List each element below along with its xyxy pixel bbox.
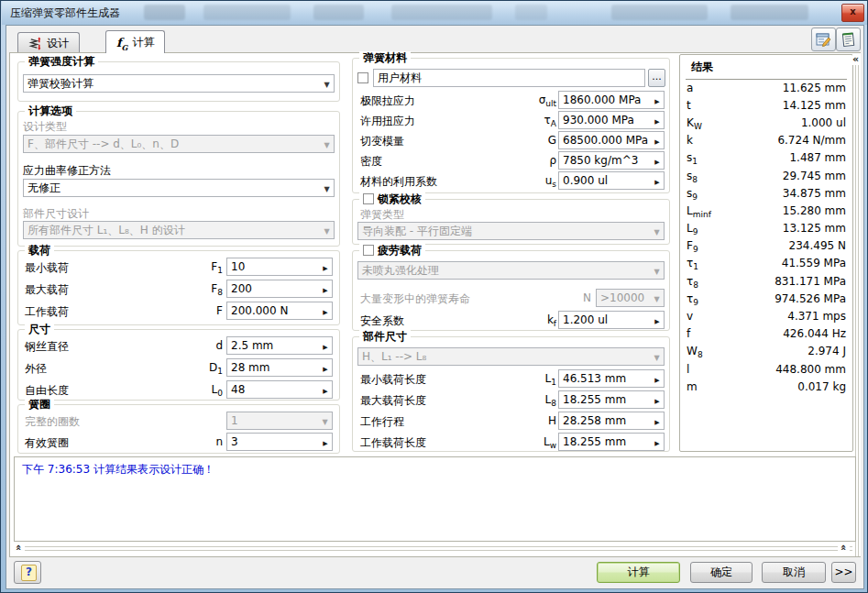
spinner-arrow-icon[interactable] [319,282,332,295]
max-load-label: 最大载荷 [25,282,69,298]
active-coils-field[interactable]: 3 [226,433,333,451]
spring-icon [28,37,42,50]
result-value: 831.171 MPa [775,275,846,288]
utilization-factor-field[interactable]: 0.900 ul [558,171,665,190]
spinner-arrow-icon[interactable] [319,435,332,448]
result-value: 1.487 mm [789,151,846,164]
titlebar-background-artifact [611,5,708,20]
utilization-factor-symbol: us [514,174,556,187]
result-symbol: a [687,82,693,94]
result-symbol: F9 [687,239,698,252]
working-stroke-symbol: H [514,414,556,427]
notes-button[interactable] [836,27,861,51]
spring-life-symbol: N [551,291,591,304]
spinner-arrow-icon[interactable] [651,435,664,448]
close-button[interactable]: x [841,4,864,22]
spinner-arrow-icon[interactable] [319,361,332,374]
outer-diameter-field[interactable]: 28 mm [226,358,333,377]
tab-design[interactable]: 设计 [17,32,80,53]
spinner-arrow-icon[interactable] [651,313,664,326]
wire-diameter-field[interactable]: 2.5 mm [226,336,333,355]
result-symbol: s8 [687,170,698,182]
working-load-length-field[interactable]: 18.255 mm [558,433,665,451]
ultimate-stress-symbol: σult [514,93,556,106]
result-value: 6.724 N/mm [777,134,846,147]
outer-diameter-label: 外径 [25,361,47,377]
titlebar-background-artifact [515,5,547,20]
ultimate-stress-field[interactable]: 1860.000 MPa [558,91,665,109]
titlebar[interactable]: 压缩弹簧零部件生成器 x [2,1,868,25]
result-row: s934.875 mm [687,184,846,202]
collapse-up-icon[interactable]: « [838,544,850,551]
wire-diameter-label: 钢丝直径 [25,339,69,355]
lock-check-checkbox[interactable] [363,193,374,204]
result-symbol: v [687,310,693,323]
density-field[interactable]: 7850 kg/m^3 [558,151,665,170]
spinner-arrow-icon[interactable] [319,339,332,352]
max-load-length-field[interactable]: 18.255 mm [558,390,665,409]
result-row: τ141.559 MPa [687,255,846,272]
collapse-up-icon[interactable]: « [13,544,25,551]
message-collapse-splitter[interactable]: « « [14,544,852,554]
chevron-down-icon [320,181,334,194]
result-symbol: Lminf [687,204,711,217]
ok-button[interactable]: 确定 [690,562,753,583]
shear-modulus-field[interactable]: 68500.000 MPa [558,131,665,149]
spinner-arrow-icon[interactable] [651,114,664,126]
correction-method-label: 应力曲率修正方法 [23,163,111,179]
safety-factor-field[interactable]: 1.200 ul [558,311,665,329]
ultimate-stress-label: 极限拉应力 [360,93,415,109]
dialog-options-button[interactable] [811,27,836,51]
shear-modulus-label: 切变模量 [360,134,404,149]
spinner-arrow-icon[interactable] [319,260,332,273]
help-button[interactable]: ? [14,561,41,584]
working-stroke-field[interactable]: 28.258 mm [558,412,665,430]
correction-method-combo[interactable]: 无修正 [23,179,335,197]
group-part-size-title: 部件尺寸 [359,330,411,343]
free-length-field[interactable]: 48 [226,380,333,399]
spinner-arrow-icon[interactable] [651,414,664,427]
results-title: 结果 [686,60,847,80]
spinner-arrow-icon[interactable] [651,134,664,147]
working-load-label: 工作载荷 [25,304,69,320]
spinner-arrow-icon[interactable] [651,93,664,106]
cancel-button[interactable]: 取消 [762,562,826,583]
design-type-combo: F、部件尺寸 --> d、L₀、n、D [23,135,335,153]
working-load-field[interactable]: 200.000 N [226,302,333,320]
help-icon: ? [21,565,37,581]
result-row: s11.487 mm [687,149,846,167]
result-row: k6.724 N/mm [687,132,846,149]
spinner-arrow-icon[interactable] [651,393,664,406]
spinner-arrow-icon[interactable] [651,174,664,187]
wire-diameter-symbol: d [175,339,223,352]
material-name-input[interactable] [373,69,645,87]
design-type-label: 设计类型 [23,119,67,135]
spinner-arrow-icon[interactable] [651,154,664,167]
free-length-symbol: L0 [175,383,223,396]
user-material-checkbox[interactable] [357,72,368,83]
part-design-label: 部件尺寸设计 [23,206,89,222]
min-load-length-label: 最小载荷长度 [360,372,426,388]
min-load-field[interactable]: 10 [226,258,333,276]
group-calc-options-title: 计算选项 [25,104,76,117]
min-load-length-field[interactable]: 46.513 mm [558,369,665,388]
fatigue-load-checkbox[interactable] [363,245,374,256]
spinner-arrow-icon[interactable] [319,383,332,396]
max-load-field[interactable]: 200 [226,280,333,298]
spinner-arrow-icon[interactable] [651,372,664,385]
full-coils-combo: 1 [226,412,333,430]
allowable-torsion-field[interactable]: 930.000 MPa [558,111,665,129]
tab-calculation[interactable]: fG 计算 [105,30,165,53]
group-dimensions-title: 尺寸 [25,323,54,335]
strength-method-combo[interactable]: 弹簧校验计算 [23,74,335,93]
spinner-arrow-icon[interactable] [319,304,332,317]
results-list: a11.625 mm t14.125 mm KW1.000 ul k6.724 … [687,79,846,395]
working-load-length-label: 工作载荷长度 [360,435,426,451]
calculate-button[interactable]: 计算 [597,562,680,583]
more-button[interactable]: >> [831,562,856,583]
material-browse-button[interactable]: ... [648,69,665,87]
titlebar-background-artifact [391,5,492,20]
group-fatigue-load-title: 疲劳载荷 [359,244,425,257]
utilization-factor-label: 材料的利用系数 [360,174,437,190]
collapse-left-icon[interactable]: « [852,53,859,65]
